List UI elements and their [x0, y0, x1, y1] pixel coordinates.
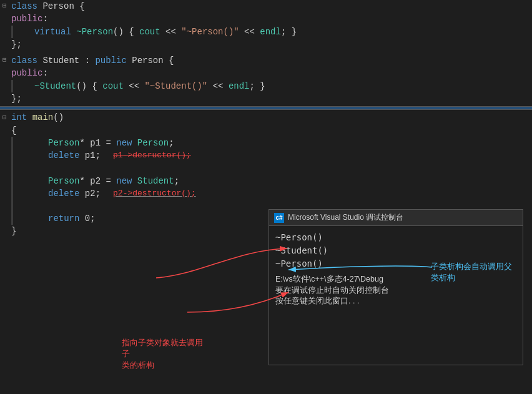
- p2-new-line: Person * p2 = new Student ;: [0, 175, 532, 187]
- console-icon: c#: [274, 213, 284, 223]
- main-header: ⊟ int main (): [0, 111, 532, 124]
- student-destructor-line: ~ Student () { cout << "~Student()" << e…: [0, 80, 532, 92]
- console-window: c# Microsoft Visual Studio 调试控制台 ~Person…: [268, 209, 523, 365]
- console-titlebar: c# Microsoft Visual Studio 调试控制台: [269, 210, 523, 226]
- student-public-label: public:: [0, 67, 532, 79]
- main-open-brace: {: [0, 124, 532, 137]
- p1-new-line: Person * p1 = new Person ;: [0, 137, 532, 149]
- blank-line-1: [0, 162, 532, 175]
- p1-destructor-annotation: p1->desructor();: [113, 150, 191, 162]
- console-info-1: 要在调试停止时自动关闭控制台: [275, 285, 516, 297]
- person-close-brace: };: [0, 38, 532, 51]
- console-output-2: ~Student(): [275, 244, 516, 257]
- person-public-label: public:: [0, 12, 532, 25]
- p2-destructor-annotation: p2->destructor();: [113, 188, 196, 200]
- console-info-2: 按任意键关闭此窗口. . .: [275, 296, 516, 307]
- code-editor: ⊟ class Person { public: virtual ~ Perso…: [0, 0, 532, 394]
- class-student-header: ⊟ class Student : public Person {: [0, 54, 532, 67]
- student-close-brace: };: [0, 92, 532, 105]
- class-person-header: ⊟ class Person {: [0, 0, 532, 12]
- console-title: Microsoft Visual Studio 调试控制台: [288, 212, 403, 223]
- delete-p2-line: delete p2; p2->destructor();: [0, 187, 532, 200]
- collapse-icon-person[interactable]: ⊟: [2, 1, 10, 11]
- annotation-pointer-destructor: 指向子类对象就去调用子类的析构: [122, 337, 203, 372]
- console-output-1: ~Person(): [275, 231, 516, 244]
- person-destructor-line: virtual ~ Person () { cout << "~Person()…: [0, 26, 532, 38]
- delete-p1-line: delete p1; p1->desructor();: [0, 149, 532, 162]
- collapse-icon-student[interactable]: ⊟: [2, 56, 10, 66]
- collapse-icon-main[interactable]: ⊟: [2, 113, 10, 123]
- cursor-line: [0, 106, 532, 110]
- annotation-child-destructor: 子类析构会自动调用父类析构: [431, 261, 512, 283]
